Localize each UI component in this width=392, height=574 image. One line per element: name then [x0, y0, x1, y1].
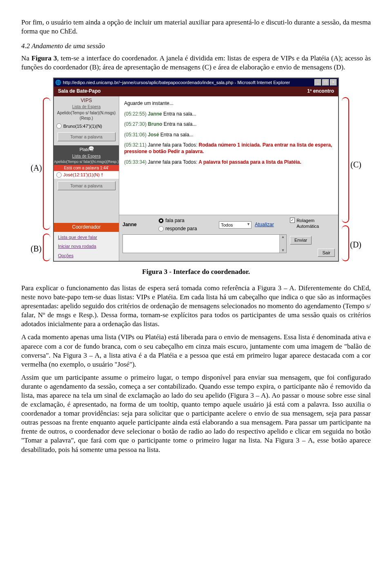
mode-fala-para[interactable]: fala para [158, 218, 216, 224]
figure-caption: Figura 3 - Interface do coordenador. [21, 267, 371, 276]
message-textarea[interactable]: ▲▼ [122, 234, 287, 253]
bracket-a [43, 98, 50, 230]
vips-subtitle: Lista de Espera [54, 104, 119, 109]
vips-take-word-button[interactable]: Tomar a palavra [58, 132, 116, 141]
target-select[interactable]: Todos [219, 221, 252, 229]
chat-message: (05:33:34) Janne fala para Todos: A pala… [124, 159, 333, 166]
mode-label: responde para [165, 226, 197, 232]
sender: José [148, 132, 159, 138]
window-titlebar: 🌐 http://edipo.nied.unicamp.br/~janne/cu… [54, 78, 338, 87]
callout-b: (B) [31, 243, 42, 254]
plateia-title: Platéia 💬 [54, 145, 119, 153]
vips-entry-label: Bruno(15:47')(1)(N) [63, 123, 102, 129]
compose-bar: Janne fala para responde para Todos Atua… [119, 215, 338, 234]
exit-button[interactable]: Sair [318, 249, 335, 257]
radio-icon[interactable] [56, 172, 62, 178]
message-area: Aguarde um instante... (05:22:55) Janne … [119, 96, 338, 215]
window-title: http://edipo.nied.unicamp.br/~janne/curs… [63, 80, 290, 85]
vips-title: VIPS [54, 96, 119, 104]
chat-message: (05:22:55) Janne Entra na sala... [124, 111, 333, 118]
plateia-entry[interactable]: José(12:11')(1)(N) ! [54, 171, 119, 178]
coordinator-panel: Coordenador Lista que deve falar Iniciar… [54, 223, 119, 260]
coord-link-options[interactable]: Opções [58, 253, 115, 258]
section-heading: 4.2 Andamento de uma sessão [21, 42, 371, 51]
plateia-columns: Apelido(Tempo s/ falar)(N.msgs)(Resp.) [54, 160, 119, 165]
message-text: Entra na sala... [164, 121, 197, 127]
wait-message: Aguarde um instante... [124, 100, 333, 107]
coordinator-title: Coordenador [54, 223, 119, 232]
paragraph: Na Figura 3, tem-se a interface do coord… [21, 54, 371, 72]
scrollbar[interactable]: ▲▼ [279, 235, 286, 253]
autoscroll-checkbox[interactable]: ✓ Rolagem Automática [290, 218, 335, 229]
vips-panel: VIPS Lista de Espera Apelido(Tempo s/ fa… [54, 96, 119, 145]
chat-message: (05:27:30) Bruno Entra na sala... [124, 121, 333, 128]
sender: Janne fala para Todos: [148, 159, 197, 165]
plateia-active-row: Está com a palavra 1:44' [54, 165, 119, 171]
ie-icon: 🌐 [55, 80, 61, 86]
left-sidebar: VIPS Lista de Espera Apelido(Tempo s/ fa… [54, 96, 119, 261]
mode-label: fala para [165, 218, 185, 224]
room-header: Sala de Bate-Papo 1º encontro [54, 87, 338, 96]
message-text: Entra na sala... [160, 132, 194, 138]
autoscroll-label: Rolagem Automática [296, 218, 335, 229]
plateia-subtitle: Lista de Espera [54, 154, 119, 160]
maximize-button[interactable]: □ [322, 79, 329, 86]
paragraph: Por fim, o usuário tem ainda a opção de … [21, 18, 371, 36]
coord-link-list[interactable]: Lista que deve falar [58, 234, 115, 240]
timestamp: (05:33:34) [124, 159, 147, 165]
sender: Bruno [148, 121, 162, 127]
plateia-take-word-button[interactable]: Tomar a palavra [58, 181, 116, 190]
checkbox-icon[interactable]: ✓ [290, 218, 295, 223]
timestamp: (05:31:06) [124, 132, 147, 138]
paragraph: Assim que um participante assume o prime… [21, 373, 371, 454]
text: Na [21, 54, 31, 62]
figure-ref: Figura 3 [31, 54, 57, 62]
text: , tem-se a interface do coordenador. A j… [21, 54, 371, 71]
browser-window: 🌐 http://edipo.nied.unicamp.br/~janne/cu… [53, 78, 339, 261]
paragraph: A cada momento apenas uma lista (VIPs ou… [21, 333, 371, 369]
main-area: Aguarde um instante... (05:22:55) Janne … [119, 96, 338, 261]
timestamp: (05:27:30) [124, 121, 147, 127]
send-button[interactable]: Enviar [290, 236, 312, 244]
exclamation-icon: ! [101, 172, 103, 178]
mode-responde-para[interactable]: responde para [158, 226, 216, 232]
bracket-d [342, 225, 349, 261]
timestamp: (05:22:55) [124, 111, 147, 117]
callout-d: (D) [350, 239, 361, 250]
vips-entry[interactable]: Bruno(15:47')(1)(N) [54, 122, 119, 130]
close-button[interactable]: × [330, 79, 337, 86]
refresh-link[interactable]: Atualizar [255, 222, 283, 228]
radio-icon[interactable] [158, 218, 164, 223]
compose-row: ▲▼ Enviar Sair [119, 234, 338, 261]
compose-username: Janne [122, 222, 155, 228]
radio-icon[interactable] [56, 123, 62, 129]
room-title: Sala de Bate-Papo [58, 88, 101, 95]
minimize-button[interactable]: _ [314, 79, 321, 86]
figure-3: (A) (B) (C) (D) 🌐 http://edipo.nied.unic… [31, 78, 361, 261]
bracket-b [43, 234, 50, 261]
chat-message: (05:32:11) Janne fala para Todos: Rodada… [124, 142, 333, 155]
timestamp: (05:32:11) [124, 142, 147, 148]
plateia-panel: Platéia 💬 Lista de Espera Apelido(Tempo … [54, 145, 119, 194]
message-text: A palavra foi passada para a lista da Pl… [198, 159, 301, 165]
radio-icon[interactable] [158, 226, 164, 231]
balloon-icon: 💬 [88, 146, 94, 152]
room-session: 1º encontro [307, 88, 334, 95]
sender: Janne [148, 111, 162, 117]
callout-a: (A) [31, 162, 42, 173]
callout-c: (C) [350, 159, 361, 170]
sender: Janne fala para Todos: [148, 142, 197, 148]
message-text: Entra na sala... [163, 111, 196, 117]
coord-link-new-round[interactable]: Iniciar nova rodada [58, 243, 115, 249]
paragraph: Para explicar o funcionamento das listas… [21, 284, 371, 329]
vips-columns: Apelido(Tempo s/ falar)(N.msgs)(Resp.) [54, 109, 119, 122]
chat-message: (05:31:06) José Entra na sala... [124, 132, 333, 138]
plateia-entry-label: José(12:11')(1)(N) [63, 172, 100, 178]
bracket-c [342, 97, 349, 223]
